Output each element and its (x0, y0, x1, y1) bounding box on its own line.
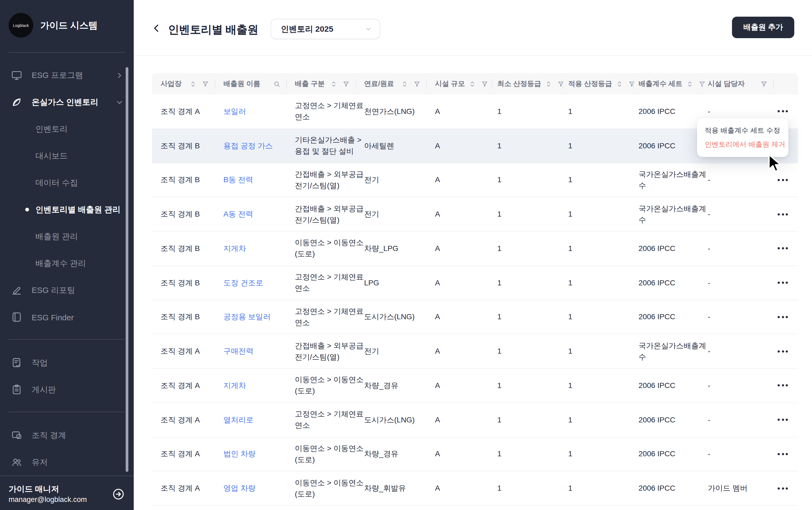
col-facility-scale-filter-button[interactable] (480, 80, 488, 88)
sidebar-item-esg-program[interactable]: ESG 프로그램 (0, 62, 134, 89)
col-source-name-search-button[interactable] (273, 80, 281, 88)
cell-source-name-link[interactable]: 법인 차량 (215, 449, 286, 460)
cell-min-tier: 1 (492, 311, 563, 323)
cell-source-name-link[interactable]: 용접 공정 가스 (215, 140, 286, 151)
cell-source-name-link[interactable]: A동 전력 (215, 208, 286, 220)
row-actions-button[interactable] (777, 416, 789, 424)
cell-source-name-link[interactable]: 보일러 (215, 106, 286, 117)
cell-source-name-link[interactable]: 구매전력 (215, 345, 286, 357)
filter-icon (201, 80, 209, 88)
sidebar-item-esg-reporting[interactable]: ESG 리포팅 (0, 277, 134, 304)
sidebar-item-dashboard[interactable]: 대시보드 (0, 142, 134, 169)
col-site-filter-button[interactable] (201, 80, 209, 88)
col-fuel-sort-button[interactable] (401, 80, 409, 88)
cell-factor-set: 2006 IPCC (633, 277, 702, 288)
cell-source-name-link[interactable]: 영업 차량 (215, 483, 286, 494)
sort-icon (468, 80, 476, 88)
cell-source-name-link[interactable]: 지게차 (215, 380, 286, 391)
table-row: 조직 경계 B지게차이동연소 > 이동연소(도로)차량_LPGA112006 I… (152, 232, 798, 266)
sidebar-item-label: 데이터 수집 (35, 178, 78, 188)
row-actions-button[interactable] (777, 450, 789, 458)
logout-button[interactable] (112, 487, 125, 501)
col-min-tier-sort-button[interactable] (544, 80, 552, 88)
table-row: 조직 경계 A지게차이동연소 > 이동연소(도로)차량_경유A112006 IP… (152, 369, 798, 403)
cell-min-tier: 1 (492, 449, 563, 460)
cell-emission-category: 기타온실가스배출 >용접 및 절단 설비 (286, 134, 356, 157)
cell-emission-category: 고정연소 > 기체연료연소 (286, 272, 356, 294)
row-actions-button[interactable] (777, 244, 789, 253)
col-header-label: 최소 산정등급 (497, 79, 541, 89)
sidebar-item-org-boundary[interactable]: 조직 경계 (0, 422, 134, 449)
col-facility-scale-sort-button[interactable] (468, 80, 476, 88)
inventory-select[interactable]: 인벤토리 2025 (271, 19, 380, 39)
sidebar-item-board[interactable]: 게시판 (0, 376, 134, 403)
sidebar-item-users[interactable]: 유저 (0, 449, 134, 476)
cell-site: 조직 경계 A (152, 483, 215, 494)
cell-factor-set: 2006 IPCC (633, 449, 702, 460)
cell-facility-scale: A (426, 311, 492, 323)
sidebar-item-ghg-inventory[interactable]: 온실가스 인벤토리 (0, 89, 134, 116)
chevron-down-icon-wrap (365, 25, 372, 33)
col-applied-tier-sort-button[interactable] (615, 80, 623, 88)
row-actions-button[interactable] (777, 176, 789, 184)
sidebar-scrollbar[interactable] (126, 67, 128, 472)
sidebar-item-label: ESG 프로그램 (32, 70, 83, 80)
row-actions-button[interactable] (777, 278, 789, 287)
cell-site: 조직 경계 A (152, 106, 215, 117)
cell-facility-scale: A (426, 208, 492, 220)
board-icon (11, 384, 23, 396)
cell-source-name-link[interactable]: 도장 건조로 (215, 277, 286, 288)
sort-icon (401, 80, 409, 88)
col-header-fuel: 연료/원료 (356, 73, 426, 94)
remove-source-menu-item[interactable]: 인벤토리에서 배출원 제거 (704, 138, 781, 151)
cell-applied-tier: 1 (563, 174, 633, 186)
row-actions-button[interactable] (777, 347, 789, 356)
sidebar-item-label: 배출원 관리 (35, 231, 78, 242)
col-site-sort-button[interactable] (189, 80, 197, 88)
sidebar-item-emission-factor-management[interactable]: 배출계수 관리 (0, 250, 134, 277)
cell-facility-scale: A (426, 277, 492, 288)
col-header-label: 배출원 이름 (223, 79, 260, 89)
back-button[interactable] (151, 23, 162, 34)
cell-factor-set: 2006 IPCC (633, 483, 702, 494)
cell-source-name-link[interactable]: B동 전력 (215, 174, 286, 186)
row-actions-button[interactable] (777, 484, 789, 492)
row-actions-button[interactable] (777, 381, 789, 390)
filter-icon (760, 80, 768, 88)
sidebar-item-tasks[interactable]: 작업 (0, 349, 134, 376)
col-facility-manager-filter-button[interactable] (760, 80, 768, 88)
sidebar-divider (8, 412, 125, 412)
sidebar-item-esg-finder[interactable]: ESG Finder (0, 304, 134, 331)
row-actions-button[interactable] (777, 313, 789, 321)
row-actions-button[interactable] (777, 107, 789, 116)
chevron-down-icon (115, 97, 124, 107)
cell-applied-tier: 1 (563, 414, 633, 425)
sidebar-item-emission-source-management[interactable]: 배출원 관리 (0, 223, 134, 250)
cell-min-tier: 1 (492, 106, 563, 117)
cell-fuel: 차량_LPG (356, 243, 426, 254)
app-root: Logblack 가이드 시스템 ESG 프로그램온실가스 인벤토리인벤토리대시… (0, 0, 812, 510)
add-emission-source-button[interactable]: 배출원 추가 (732, 17, 794, 38)
cell-source-name-link[interactable]: 공정용 보일러 (215, 311, 286, 323)
col-factor-set-sort-button[interactable] (686, 80, 694, 88)
user-email: manager@logblack.com (8, 494, 87, 505)
cell-source-name-link[interactable]: 열처리로 (215, 414, 286, 425)
logblack-logo: Logblack (8, 13, 33, 38)
cell-facility-manager: - (702, 449, 773, 460)
sidebar-item-inventory[interactable]: 인벤토리 (0, 116, 134, 142)
col-emission-category-sort-button[interactable] (330, 80, 338, 88)
book-icon (11, 311, 23, 323)
col-emission-category-filter-button[interactable] (342, 80, 350, 88)
task-icon (11, 357, 23, 369)
row-actions-button[interactable] (777, 210, 789, 219)
sidebar-item-inventory-emission-sources[interactable]: 인벤토리별 배출원 관리 (0, 196, 134, 223)
chevron-left-icon (151, 23, 162, 34)
edit-factor-set-menu-item[interactable]: 적용 배출계수 세트 수정 (704, 123, 781, 138)
filter-icon (342, 80, 350, 88)
cell-emission-category: 고정연소 > 기체연료연소 (286, 100, 356, 123)
sidebar-item-label: ESG 리포팅 (32, 285, 75, 295)
sidebar-item-data-collection[interactable]: 데이터 수집 (0, 169, 134, 196)
cell-source-name-link[interactable]: 지게차 (215, 243, 286, 254)
col-fuel-filter-button[interactable] (413, 80, 421, 88)
col-header-label: 배출계수 세트 (638, 79, 682, 89)
